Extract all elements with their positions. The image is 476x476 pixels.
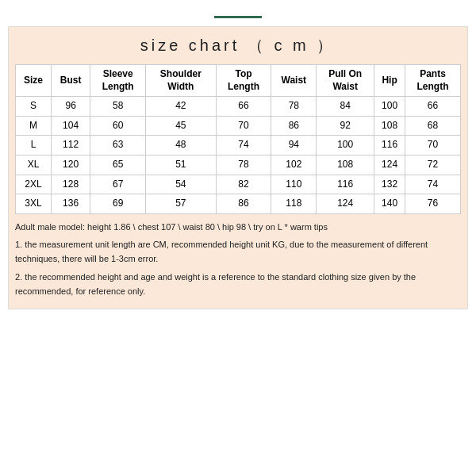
table-cell: 45 xyxy=(146,116,217,136)
table-cell: 104 xyxy=(52,116,90,136)
table-cell: M xyxy=(16,116,52,136)
table-cell: 82 xyxy=(216,175,271,194)
table-cell: 76 xyxy=(405,194,461,214)
table-cell: 100 xyxy=(374,97,405,117)
table-row: 2XL12867548211011613274 xyxy=(16,175,461,194)
table-cell: 72 xyxy=(405,155,461,175)
table-header-cell: Bust xyxy=(52,65,90,97)
table-row: M104604570869210868 xyxy=(16,116,461,136)
table-cell: 74 xyxy=(405,175,461,194)
chart-title: size chart （ c m ） xyxy=(15,35,461,56)
table-cell: S xyxy=(16,97,52,117)
table-cell: 108 xyxy=(317,155,374,175)
table-header-cell: Shoulder Width xyxy=(146,65,217,97)
table-cell: 128 xyxy=(52,175,90,194)
table-header-cell: Sleeve Length xyxy=(90,65,146,97)
table-header-cell: Pants Length xyxy=(405,65,461,97)
table-row: XL12065517810210812472 xyxy=(16,155,461,175)
table-cell: 70 xyxy=(405,136,461,155)
chart-container: size chart （ c m ） SizeBustSleeve Length… xyxy=(8,26,468,309)
table-cell: 102 xyxy=(271,155,317,175)
table-cell: 116 xyxy=(317,175,374,194)
table-cell: 66 xyxy=(216,97,271,117)
tip1: 1. the measurement unit length are CM, r… xyxy=(15,238,461,266)
table-cell: 3XL xyxy=(16,194,52,214)
table-cell: 68 xyxy=(405,116,461,136)
table-cell: 118 xyxy=(271,194,317,214)
table-row: L1126348749410011670 xyxy=(16,136,461,155)
table-cell: 136 xyxy=(52,194,90,214)
table-header-row: SizeBustSleeve LengthShoulder WidthTop L… xyxy=(16,65,461,97)
table-cell: 2XL xyxy=(16,175,52,194)
table-cell: 140 xyxy=(374,194,405,214)
table-header-cell: Waist xyxy=(271,65,317,97)
table-cell: 63 xyxy=(90,136,146,155)
table-cell: 48 xyxy=(146,136,217,155)
table-cell: 54 xyxy=(146,175,217,194)
table-cell: 108 xyxy=(374,116,405,136)
table-cell: 116 xyxy=(374,136,405,155)
table-cell: 69 xyxy=(90,194,146,214)
table-header-cell: Pull On Waist xyxy=(317,65,374,97)
table-cell: 70 xyxy=(216,116,271,136)
table-cell: 58 xyxy=(90,97,146,117)
table-cell: 94 xyxy=(271,136,317,155)
table-cell: 124 xyxy=(317,194,374,214)
table-header-cell: Hip xyxy=(374,65,405,97)
table-cell: 92 xyxy=(317,116,374,136)
table-cell: XL xyxy=(16,155,52,175)
table-cell: 100 xyxy=(317,136,374,155)
model-note: Adult male model: height 1.86 \ chest 10… xyxy=(15,221,461,234)
table-cell: 51 xyxy=(146,155,217,175)
table-cell: L xyxy=(16,136,52,155)
table-row: S96584266788410066 xyxy=(16,97,461,117)
table-cell: 124 xyxy=(374,155,405,175)
table-cell: 66 xyxy=(405,97,461,117)
table-row: 3XL13669578611812414076 xyxy=(16,194,461,214)
table-cell: 84 xyxy=(317,97,374,117)
table-cell: 60 xyxy=(90,116,146,136)
tip2: 2. the recommended height and age and we… xyxy=(15,271,461,298)
table-cell: 96 xyxy=(52,97,90,117)
table-cell: 65 xyxy=(90,155,146,175)
table-cell: 120 xyxy=(52,155,90,175)
table-cell: 112 xyxy=(52,136,90,155)
table-cell: 67 xyxy=(90,175,146,194)
top-bar xyxy=(214,16,262,18)
table-cell: 74 xyxy=(216,136,271,155)
size-table: SizeBustSleeve LengthShoulder WidthTop L… xyxy=(15,64,461,214)
table-cell: 86 xyxy=(216,194,271,214)
table-cell: 86 xyxy=(271,116,317,136)
table-header-cell: Size xyxy=(16,65,52,97)
table-cell: 110 xyxy=(271,175,317,194)
table-cell: 57 xyxy=(146,194,217,214)
table-cell: 42 xyxy=(146,97,217,117)
table-header-cell: Top Length xyxy=(216,65,271,97)
table-cell: 78 xyxy=(216,155,271,175)
table-cell: 132 xyxy=(374,175,405,194)
table-cell: 78 xyxy=(271,97,317,117)
